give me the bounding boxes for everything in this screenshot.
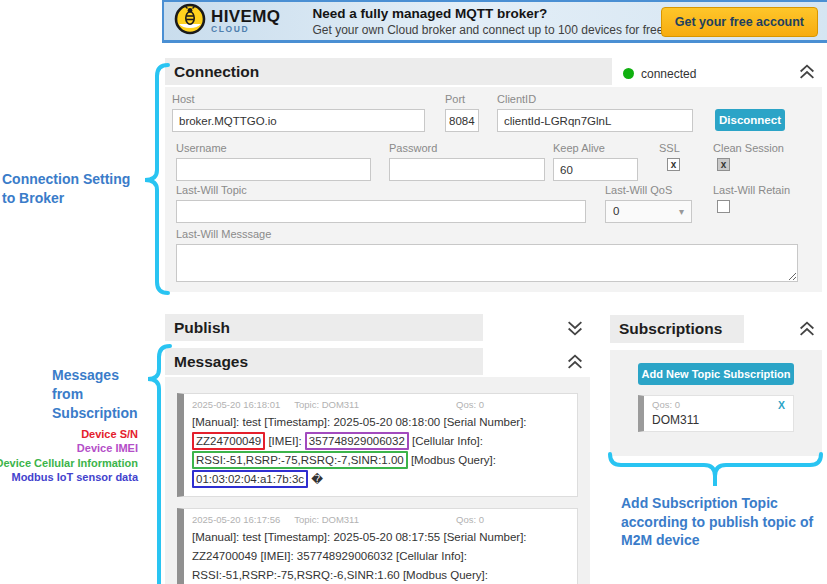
publish-title: Publish — [174, 319, 230, 337]
password-input[interactable] — [389, 158, 545, 181]
subscriptions-title: Subscriptions — [619, 320, 722, 338]
subscriptions-header-strip: Subscriptions — [610, 315, 744, 343]
status-dot — [623, 68, 634, 79]
brace-messages-graphic — [146, 344, 172, 584]
collapse-subscriptions-icon[interactable] — [798, 321, 816, 337]
add-new-topic-subscription-button[interactable]: Add New Topic Subscription — [638, 363, 794, 385]
username-label: Username — [176, 142, 371, 154]
lastwill-qos-value: 0 — [613, 205, 619, 217]
lastwill-topic-input[interactable] — [176, 200, 586, 223]
message-qos: Qos: 0 — [456, 399, 484, 410]
remove-subscription-button[interactable]: X — [778, 399, 785, 411]
annotation-subscription-note: Add Subscription Topic according to publ… — [621, 494, 826, 550]
port-input[interactable] — [445, 109, 479, 132]
subscription-topic: DOM311 — [652, 413, 785, 427]
message-qos: Qos: 0 — [456, 514, 484, 525]
annotation-connection-note: Connection Setting to Broker — [2, 170, 152, 208]
serial-number-highlight: ZZ24700049 — [192, 432, 265, 450]
clientid-label: ClientID — [497, 93, 693, 105]
brace-connection-graphic — [142, 63, 170, 295]
hivemq-banner: HIVEMQ CLOUD Need a fully managed MQTT b… — [162, 0, 827, 43]
connection-form: Host Port ClientID Disconnect Username P… — [165, 87, 822, 292]
message-card: 2025-05-20 16:17:56 Topic: DOM311 Qos: 0… — [177, 508, 578, 584]
lastwill-retain-checkbox[interactable] — [717, 200, 730, 213]
message-payload: [Manual]: test [Timestamp]: 2025-05-20 0… — [192, 528, 569, 584]
keepalive-input[interactable] — [553, 158, 638, 181]
host-input[interactable] — [172, 109, 425, 132]
connection-status: connected — [623, 64, 696, 82]
lastwill-topic-label: Last-Will Topic — [176, 184, 586, 196]
messages-header: Messages — [165, 348, 590, 375]
brand-name: HIVEMQ — [211, 9, 280, 24]
lastwill-qos-label: Last-Will QoS — [605, 184, 692, 196]
messages-list: 2025-05-20 16:18:01 Topic: DOM311 Qos: 0… — [165, 377, 590, 584]
annotation-legend: Device S/N Device IMEI Device Cellular I… — [0, 427, 138, 484]
username-input[interactable] — [176, 158, 371, 181]
collapse-connection-icon[interactable] — [798, 64, 816, 80]
mqtt-client-screenshot: HIVEMQ CLOUD Need a fully managed MQTT b… — [0, 0, 827, 584]
collapse-messages-icon[interactable] — [566, 354, 584, 370]
get-free-account-button[interactable]: Get your free account — [661, 7, 818, 37]
password-label: Password — [389, 142, 545, 154]
cellular-info-highlight: RSSI:-51,RSRP:-75,RSRQ:-7,SINR:1.00 — [192, 451, 408, 469]
legend-device-imei: Device IMEI — [0, 441, 138, 455]
message-card: 2025-05-20 16:18:01 Topic: DOM311 Qos: 0… — [177, 393, 578, 497]
banner-headline: Need a fully managed MQTT broker? — [312, 6, 666, 21]
message-time: 2025-05-20 16:17:56 — [192, 514, 280, 525]
message-topic: Topic: DOM311 — [294, 514, 359, 525]
hivemq-logo: HIVEMQ CLOUD — [174, 3, 280, 39]
subscription-item: Qos: 0 X DOM311 — [638, 395, 794, 432]
clean-session-label: Clean Session — [713, 142, 784, 154]
lastwill-retain-label: Last-Will Retain — [713, 184, 790, 196]
brace-subscription-graphic — [608, 452, 824, 492]
banner-subheadline: Get your own Cloud broker and connect up… — [312, 23, 666, 37]
subscriptions-header: Subscriptions — [610, 315, 822, 343]
connection-title: Connection — [174, 63, 259, 81]
status-label: connected — [641, 67, 696, 81]
message-time: 2025-05-20 16:18:01 — [192, 399, 280, 410]
subscriptions-panel: Add New Topic Subscription Qos: 0 X DOM3… — [610, 350, 822, 456]
connection-header-strip: Connection — [165, 58, 612, 85]
modbus-data-highlight: 01:03:02:04:a1:7b:3c — [192, 470, 308, 488]
port-label: Port — [445, 93, 479, 105]
clean-session-checkbox[interactable]: x — [717, 158, 730, 171]
messages-title: Messages — [174, 353, 248, 371]
clientid-input[interactable] — [497, 109, 693, 132]
legend-modbus-data: Modbus IoT sensor data — [0, 470, 138, 484]
ssl-label: SSL — [659, 142, 680, 154]
legend-device-sn: Device S/N — [0, 427, 138, 441]
ssl-checkbox[interactable]: x — [667, 158, 680, 171]
expand-publish-icon[interactable] — [566, 320, 584, 336]
connection-header: Connection connected — [165, 58, 822, 85]
host-label: Host — [172, 93, 425, 105]
disconnect-button[interactable]: Disconnect — [715, 109, 785, 131]
chevron-down-icon: ▾ — [679, 201, 684, 222]
message-topic: Topic: DOM311 — [294, 399, 359, 410]
lastwill-message-textarea[interactable] — [176, 244, 798, 282]
messages-header-strip: Messages — [165, 348, 483, 375]
publish-header: Publish — [165, 314, 590, 341]
subscription-qos: Qos: 0 — [652, 399, 680, 411]
publish-header-strip: Publish — [165, 314, 483, 341]
lastwill-message-label: Last-Will Messsage — [176, 228, 798, 240]
legend-device-cellular: Device Cellular Information — [0, 456, 138, 470]
lastwill-qos-select[interactable]: 0 ▾ — [605, 200, 692, 223]
message-payload: [Manual]: test [Timestamp]: 2025-05-20 0… — [192, 413, 569, 489]
imei-highlight: 357748929006032 — [305, 432, 409, 450]
keepalive-label: Keep Alive — [553, 142, 638, 154]
bee-icon — [174, 3, 206, 39]
